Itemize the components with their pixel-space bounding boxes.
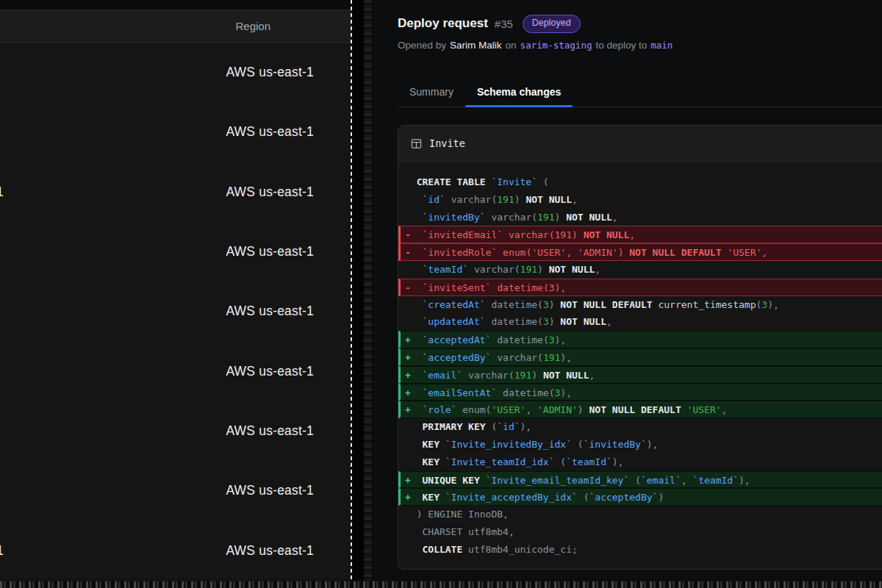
code-token (681, 404, 687, 415)
code-token: , (606, 316, 612, 327)
code-line-normal: `teamId` varchar(191) NOT NULL, (398, 261, 882, 279)
code-token: ` (486, 282, 498, 293)
code-token: ` (480, 212, 492, 223)
code-line-normal: KEY `Invite_teamId_idx` (`teamId`), (398, 453, 882, 471)
code-token: varchar (491, 212, 531, 223)
code-token: ( (543, 282, 549, 293)
code-token (606, 299, 612, 310)
code-token: DEFAULT (681, 247, 722, 258)
code-token: `), (733, 475, 750, 486)
code-token: 3 (549, 282, 555, 293)
code-token: Invite_email_teamId_key (491, 475, 623, 486)
code-token: , (595, 264, 600, 275)
code-line-normal: `id` varchar(191) NOT NULL, (398, 191, 882, 209)
code-token: ( (537, 299, 543, 310)
code-token: ` (` (572, 492, 595, 503)
code-token: ` (440, 194, 451, 205)
code-token: varchar (497, 352, 537, 363)
code-line-normal: CHARSET utf8mb4, (398, 523, 882, 541)
table-row[interactable]: 1AWS us-east-1 (0, 520, 351, 580)
code-token: email (647, 475, 675, 486)
code-token: 'ADMIN' (578, 247, 618, 258)
code-line-removed: - `invitedRole` enum('USER', 'ADMIN') NO… (398, 243, 882, 261)
code-line-normal: CREATE TABLE `Invite` ( (398, 173, 882, 191)
code-token: ` (` (566, 439, 589, 450)
diff-sign (405, 439, 422, 450)
table-row[interactable]: AWS us-east-1 (0, 222, 351, 282)
code-line-normal: PRIMARY KEY (`id`), (398, 418, 882, 436)
code-token: `, ` (675, 475, 698, 486)
author-name: Sarim Malik (450, 40, 502, 51)
code-token: id (503, 421, 514, 432)
code-token: ( (514, 264, 520, 275)
code-line-added: + `emailSentAt` datetime(3), (398, 384, 882, 401)
diff-sign (405, 544, 422, 555)
code-token: PRIMARY KEY (422, 421, 485, 432)
code-token: invitedEmail (428, 229, 497, 240)
code-token: , (566, 247, 578, 258)
code-token: datetime (491, 299, 537, 310)
diff-sign (405, 212, 422, 223)
code-token: UNIQUE KEY (422, 475, 479, 486)
table-row[interactable]: AWS us-east-1 (0, 282, 351, 341)
code-token: datetime (497, 282, 543, 293)
code-token: ` (440, 439, 451, 450)
table-row[interactable]: AWS us-east-1 (0, 102, 351, 162)
table-row[interactable]: 1AWS us-east-1 (0, 162, 351, 222)
diff-sign: + (405, 475, 422, 486)
code-token: ( (549, 229, 555, 240)
diff-sign: - (405, 229, 422, 240)
table-icon (411, 138, 422, 149)
code-token: COLLATE (422, 544, 462, 555)
code-token: teamId (428, 264, 462, 275)
diff-sign: - (405, 247, 422, 258)
code-token: acceptedBy (595, 492, 652, 503)
table-row[interactable]: AWS us-east-1 (0, 341, 351, 401)
code-token: 191 (514, 370, 531, 381)
code-token: NOT NULL (526, 194, 572, 205)
code-line-added: + KEY `Invite_acceptedBy_idx` (`accepted… (398, 488, 882, 506)
code-token: ` (486, 352, 498, 363)
table-row[interactable]: AWS us-east-1 (0, 43, 351, 102)
code-token: ) (531, 370, 543, 381)
code-token: ENGINE (428, 509, 462, 520)
code-token: ) (514, 194, 526, 205)
code-token: ), (555, 334, 567, 345)
region-cell: AWS us-east-1 (226, 244, 314, 259)
code-token: 191 (537, 212, 554, 223)
code-token: Invite_acceptedBy_idx (451, 492, 572, 503)
region-column-header: Region (0, 10, 351, 43)
code-token: datetime (503, 387, 549, 398)
table-row[interactable]: AWS us-east-1 (0, 461, 351, 520)
on-text: on (506, 40, 517, 51)
code-token: ` (480, 316, 492, 327)
diff-sign: - (405, 282, 422, 293)
code-token: createdAt (428, 299, 479, 310)
diff-sign (405, 194, 422, 205)
deploy-request-title-row: Deploy request #35 Deployed (398, 15, 882, 33)
code-token: utf8mb4, (462, 526, 514, 537)
source-branch-link[interactable]: sarim-staging (520, 40, 592, 51)
table-row[interactable]: AWS us-east-1 (0, 401, 351, 461)
region-cell: AWS us-east-1 (226, 65, 314, 80)
target-branch-link[interactable]: main (650, 40, 673, 51)
code-token: ( (549, 387, 555, 398)
diff-sign: + (405, 352, 422, 363)
code-token: `), (606, 456, 623, 467)
code-token: enum (503, 247, 526, 258)
code-token: ) (537, 264, 549, 275)
tab-schema-changes[interactable]: Schema changes (465, 80, 573, 107)
code-token: Invite_invitedBy_idx (451, 439, 567, 450)
code-token: ` (480, 475, 492, 486)
code-token: ` (497, 229, 509, 240)
code-token: acceptedBy (428, 352, 485, 363)
tab-summary[interactable]: Summary (398, 80, 465, 107)
status-badge: Deployed (523, 15, 581, 33)
schema-diff-card: Invite CREATE TABLE `Invite` ( `id` varc… (398, 125, 882, 570)
code-token: , (722, 404, 728, 415)
code-token: ( (543, 334, 549, 345)
code-line-normal: `updatedAt` datetime(3) NOT NULL, (398, 313, 882, 331)
code-line-normal: COLLATE utf8mb4_unicode_ci; (398, 541, 882, 559)
region-cell: AWS us-east-1 (226, 483, 314, 498)
code-token: inviteSent (428, 282, 485, 293)
